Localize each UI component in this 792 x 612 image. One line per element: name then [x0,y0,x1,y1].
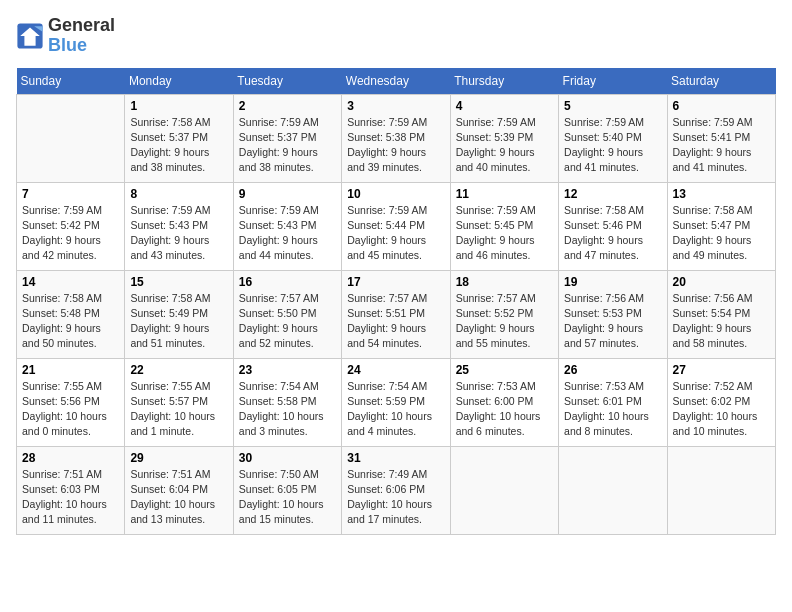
day-info: Sunrise: 7:59 AMSunset: 5:39 PMDaylight:… [456,115,553,176]
day-info: Sunrise: 7:59 AMSunset: 5:45 PMDaylight:… [456,203,553,264]
calendar-cell: 24Sunrise: 7:54 AMSunset: 5:59 PMDayligh… [342,358,450,446]
day-number: 27 [673,363,770,377]
day-info: Sunrise: 7:58 AMSunset: 5:49 PMDaylight:… [130,291,227,352]
calendar-cell: 11Sunrise: 7:59 AMSunset: 5:45 PMDayligh… [450,182,558,270]
page-header: General Blue [16,16,776,56]
calendar-body: 1Sunrise: 7:58 AMSunset: 5:37 PMDaylight… [17,94,776,534]
day-number: 13 [673,187,770,201]
day-number: 5 [564,99,661,113]
day-number: 23 [239,363,336,377]
day-number: 31 [347,451,444,465]
day-number: 6 [673,99,770,113]
logo-text-general: General [48,16,115,36]
day-info: Sunrise: 7:58 AMSunset: 5:46 PMDaylight:… [564,203,661,264]
calendar-cell: 6Sunrise: 7:59 AMSunset: 5:41 PMDaylight… [667,94,775,182]
logo-text-blue: Blue [48,36,115,56]
day-number: 16 [239,275,336,289]
calendar-cell: 7Sunrise: 7:59 AMSunset: 5:42 PMDaylight… [17,182,125,270]
calendar-cell: 5Sunrise: 7:59 AMSunset: 5:40 PMDaylight… [559,94,667,182]
calendar-cell: 26Sunrise: 7:53 AMSunset: 6:01 PMDayligh… [559,358,667,446]
weekday-saturday: Saturday [667,68,775,95]
calendar-cell: 30Sunrise: 7:50 AMSunset: 6:05 PMDayligh… [233,446,341,534]
calendar-cell: 17Sunrise: 7:57 AMSunset: 5:51 PMDayligh… [342,270,450,358]
day-info: Sunrise: 7:56 AMSunset: 5:54 PMDaylight:… [673,291,770,352]
day-number: 14 [22,275,119,289]
day-info: Sunrise: 7:53 AMSunset: 6:01 PMDaylight:… [564,379,661,440]
day-number: 18 [456,275,553,289]
calendar-cell: 19Sunrise: 7:56 AMSunset: 5:53 PMDayligh… [559,270,667,358]
calendar-cell [559,446,667,534]
calendar-cell [667,446,775,534]
day-info: Sunrise: 7:51 AMSunset: 6:04 PMDaylight:… [130,467,227,528]
calendar-cell: 29Sunrise: 7:51 AMSunset: 6:04 PMDayligh… [125,446,233,534]
day-number: 20 [673,275,770,289]
day-info: Sunrise: 7:50 AMSunset: 6:05 PMDaylight:… [239,467,336,528]
calendar-cell: 21Sunrise: 7:55 AMSunset: 5:56 PMDayligh… [17,358,125,446]
calendar-cell: 31Sunrise: 7:49 AMSunset: 6:06 PMDayligh… [342,446,450,534]
day-number: 10 [347,187,444,201]
day-number: 4 [456,99,553,113]
calendar-table: SundayMondayTuesdayWednesdayThursdayFrid… [16,68,776,535]
day-number: 3 [347,99,444,113]
calendar-cell: 15Sunrise: 7:58 AMSunset: 5:49 PMDayligh… [125,270,233,358]
calendar-header: SundayMondayTuesdayWednesdayThursdayFrid… [17,68,776,95]
calendar-cell: 20Sunrise: 7:56 AMSunset: 5:54 PMDayligh… [667,270,775,358]
day-info: Sunrise: 7:57 AMSunset: 5:52 PMDaylight:… [456,291,553,352]
day-info: Sunrise: 7:56 AMSunset: 5:53 PMDaylight:… [564,291,661,352]
day-info: Sunrise: 7:54 AMSunset: 5:59 PMDaylight:… [347,379,444,440]
calendar-cell: 27Sunrise: 7:52 AMSunset: 6:02 PMDayligh… [667,358,775,446]
weekday-tuesday: Tuesday [233,68,341,95]
weekday-header-row: SundayMondayTuesdayWednesdayThursdayFrid… [17,68,776,95]
week-row-3: 14Sunrise: 7:58 AMSunset: 5:48 PMDayligh… [17,270,776,358]
day-info: Sunrise: 7:58 AMSunset: 5:37 PMDaylight:… [130,115,227,176]
calendar-cell: 12Sunrise: 7:58 AMSunset: 5:46 PMDayligh… [559,182,667,270]
day-info: Sunrise: 7:55 AMSunset: 5:56 PMDaylight:… [22,379,119,440]
day-info: Sunrise: 7:53 AMSunset: 6:00 PMDaylight:… [456,379,553,440]
calendar-cell [450,446,558,534]
weekday-thursday: Thursday [450,68,558,95]
day-info: Sunrise: 7:57 AMSunset: 5:51 PMDaylight:… [347,291,444,352]
day-info: Sunrise: 7:59 AMSunset: 5:44 PMDaylight:… [347,203,444,264]
weekday-sunday: Sunday [17,68,125,95]
day-info: Sunrise: 7:58 AMSunset: 5:48 PMDaylight:… [22,291,119,352]
day-number: 12 [564,187,661,201]
day-number: 22 [130,363,227,377]
week-row-1: 1Sunrise: 7:58 AMSunset: 5:37 PMDaylight… [17,94,776,182]
calendar-cell: 2Sunrise: 7:59 AMSunset: 5:37 PMDaylight… [233,94,341,182]
day-number: 29 [130,451,227,465]
weekday-wednesday: Wednesday [342,68,450,95]
day-info: Sunrise: 7:49 AMSunset: 6:06 PMDaylight:… [347,467,444,528]
day-info: Sunrise: 7:59 AMSunset: 5:41 PMDaylight:… [673,115,770,176]
logo: General Blue [16,16,115,56]
calendar-cell: 8Sunrise: 7:59 AMSunset: 5:43 PMDaylight… [125,182,233,270]
day-info: Sunrise: 7:59 AMSunset: 5:37 PMDaylight:… [239,115,336,176]
day-number: 25 [456,363,553,377]
day-number: 9 [239,187,336,201]
calendar-cell: 22Sunrise: 7:55 AMSunset: 5:57 PMDayligh… [125,358,233,446]
calendar-cell: 18Sunrise: 7:57 AMSunset: 5:52 PMDayligh… [450,270,558,358]
day-info: Sunrise: 7:51 AMSunset: 6:03 PMDaylight:… [22,467,119,528]
day-number: 7 [22,187,119,201]
weekday-friday: Friday [559,68,667,95]
weekday-monday: Monday [125,68,233,95]
calendar-cell: 13Sunrise: 7:58 AMSunset: 5:47 PMDayligh… [667,182,775,270]
day-number: 26 [564,363,661,377]
logo-icon [16,22,44,50]
day-info: Sunrise: 7:55 AMSunset: 5:57 PMDaylight:… [130,379,227,440]
day-info: Sunrise: 7:59 AMSunset: 5:40 PMDaylight:… [564,115,661,176]
day-info: Sunrise: 7:59 AMSunset: 5:42 PMDaylight:… [22,203,119,264]
calendar-cell: 10Sunrise: 7:59 AMSunset: 5:44 PMDayligh… [342,182,450,270]
calendar-cell: 3Sunrise: 7:59 AMSunset: 5:38 PMDaylight… [342,94,450,182]
day-info: Sunrise: 7:57 AMSunset: 5:50 PMDaylight:… [239,291,336,352]
day-info: Sunrise: 7:54 AMSunset: 5:58 PMDaylight:… [239,379,336,440]
day-number: 19 [564,275,661,289]
day-number: 8 [130,187,227,201]
calendar-cell: 23Sunrise: 7:54 AMSunset: 5:58 PMDayligh… [233,358,341,446]
day-number: 2 [239,99,336,113]
day-number: 17 [347,275,444,289]
day-info: Sunrise: 7:52 AMSunset: 6:02 PMDaylight:… [673,379,770,440]
week-row-4: 21Sunrise: 7:55 AMSunset: 5:56 PMDayligh… [17,358,776,446]
day-info: Sunrise: 7:59 AMSunset: 5:43 PMDaylight:… [130,203,227,264]
day-info: Sunrise: 7:59 AMSunset: 5:38 PMDaylight:… [347,115,444,176]
week-row-2: 7Sunrise: 7:59 AMSunset: 5:42 PMDaylight… [17,182,776,270]
